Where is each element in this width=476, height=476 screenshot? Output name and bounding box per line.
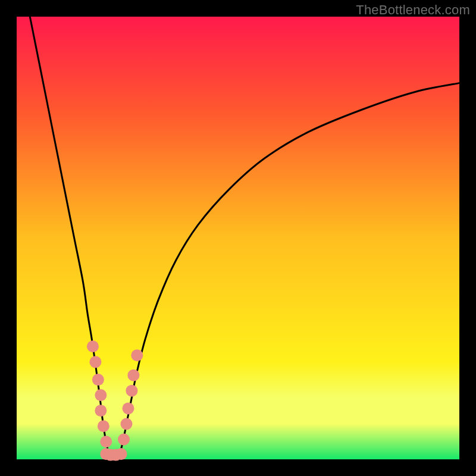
data-marker [126, 385, 137, 397]
data-marker [121, 418, 133, 430]
data-marker [131, 349, 143, 361]
data-marker [87, 340, 99, 352]
outer-frame: TheBottleneck.com [0, 0, 476, 476]
marker-group [87, 340, 143, 461]
chart-svg [0, 0, 476, 476]
data-marker [89, 356, 101, 368]
data-marker [95, 389, 107, 401]
data-marker [98, 420, 109, 432]
curve-right-branch [118, 83, 459, 459]
data-marker [100, 436, 112, 447]
data-marker [115, 448, 127, 460]
watermark-text: TheBottleneck.com [356, 2, 470, 18]
data-marker [95, 405, 107, 416]
data-marker [92, 374, 104, 386]
data-marker [118, 434, 130, 446]
data-marker [122, 402, 134, 414]
data-marker [127, 369, 139, 381]
